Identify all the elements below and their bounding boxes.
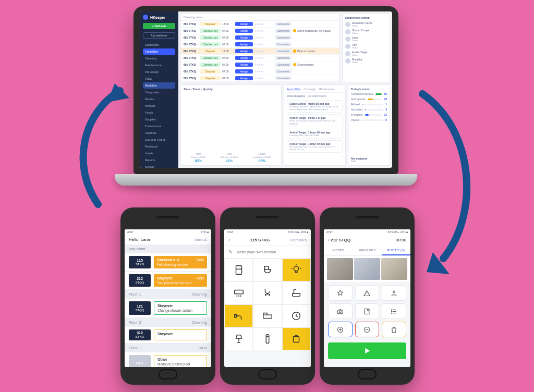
sidebar-item[interactable]: Transactions xyxy=(143,123,175,129)
bathtub-icon[interactable] xyxy=(282,281,311,304)
table-row[interactable]: 601 STKQStayover13:00Assign★★★★★Comments… xyxy=(181,48,339,55)
summary-stat: TasksPerformed: 10283% xyxy=(191,153,206,163)
clock-icon[interactable] xyxy=(282,304,311,327)
lightbulb-icon[interactable] xyxy=(282,259,311,281)
start-button[interactable] xyxy=(328,342,406,359)
svg-rect-25 xyxy=(365,309,370,314)
table-row[interactable]: 601 STKQChecked out07:00Assign★★★★☆Comme… xyxy=(181,41,339,48)
trash-button[interactable] xyxy=(382,322,406,337)
sidebar-item[interactable]: Workers xyxy=(143,103,175,109)
back-button[interactable]: ‹ xyxy=(228,238,230,242)
stat-line: Not started3 xyxy=(351,108,387,111)
svg-rect-20 xyxy=(294,336,299,342)
back-button[interactable]: ‹ 212 STQQ xyxy=(328,238,350,242)
faucet-icon[interactable] xyxy=(224,304,253,327)
toilet-icon[interactable] xyxy=(253,259,282,281)
warning-button[interactable] xyxy=(355,285,380,301)
employees-title: Employees online xyxy=(345,16,387,19)
sidebar-item[interactable]: Hotels xyxy=(143,150,175,156)
remark-input[interactable] xyxy=(236,249,307,255)
employee-row[interactable]: Alexander CollinsOnline xyxy=(345,21,387,27)
employee-row[interactable]: TomOnline xyxy=(345,43,387,49)
brand: HKeeper xyxy=(143,15,175,20)
photo-thumb[interactable] xyxy=(354,258,380,280)
sidebar-item[interactable]: System xyxy=(143,164,175,168)
sidebar-item[interactable]: Captains xyxy=(143,130,175,136)
ac-icon[interactable] xyxy=(224,281,253,304)
svg-rect-15 xyxy=(234,314,236,317)
add-task-button[interactable]: Add task/work xyxy=(143,32,175,39)
table-row[interactable]: 601 STKQChecked out07:00Assign★★★★☆Comme… xyxy=(181,55,339,62)
feed-item[interactable]: Eddie Collins · 03:50-05 min agoNeed new… xyxy=(287,100,343,113)
table-row[interactable]: 601 STKQStayover13:00Assign★★★★★Comments xyxy=(181,21,339,28)
pencil-icon: ✎ xyxy=(228,249,233,255)
feed-subtab[interactable]: All Departments xyxy=(308,94,326,97)
tab[interactable]: NOTES xyxy=(324,246,353,255)
sidebar-item[interactable]: Rooms xyxy=(143,96,175,102)
sidebar-item[interactable]: Reports xyxy=(143,157,175,163)
sidebar-item[interactable]: Feeds xyxy=(143,109,175,116)
table-row[interactable]: 601 STKQChecked out07:00Assign★★★★☆Comme… xyxy=(181,62,339,68)
task-item[interactable]: 312STKQStayover xyxy=(125,327,211,344)
feed-tab[interactable]: Concierge xyxy=(304,88,315,91)
feed-item[interactable]: Amber Tsega · 06:50-2 hr agoGuest said s… xyxy=(287,114,343,127)
employee-row[interactable]: Sharon CooperOnline xyxy=(345,29,387,34)
plus-button[interactable] xyxy=(328,322,353,337)
task-item[interactable]: OUTOtherMeasure outside pool chemical… xyxy=(125,352,211,367)
sidebar-item[interactable]: Dashboard xyxy=(143,42,175,48)
remote-icon[interactable] xyxy=(253,327,282,350)
star-button[interactable] xyxy=(328,285,353,301)
camera-button[interactable] xyxy=(328,303,353,319)
table-row[interactable]: 601 STKQStayover07:00Assign★★★★☆Comments xyxy=(181,75,339,82)
table-row[interactable]: 601 STKQChecked out07:00Assign★★★★☆Comme… xyxy=(181,28,339,34)
employee-row[interactable]: Amber TsegaOnline xyxy=(345,51,387,56)
photo-thumb[interactable] xyxy=(327,258,353,280)
fridge-icon[interactable] xyxy=(224,259,253,281)
svg-point-12 xyxy=(267,293,268,295)
tab[interactable]: REMARKS xyxy=(353,246,381,255)
task-item[interactable]: 121STQQStayoverChange shower curtain xyxy=(125,299,211,318)
employee-row[interactable]: LanaOnline xyxy=(345,36,387,42)
feed-tab[interactable]: Maintenance xyxy=(319,88,334,91)
section-header: Floor 1Cleaning xyxy=(125,290,211,299)
note-button[interactable] xyxy=(355,303,380,319)
sidebar-item[interactable]: Feedback xyxy=(143,143,175,150)
sidebar-item[interactable]: ToDo xyxy=(143,76,175,82)
dashboard-screen: HKeeper + Refresh Add task/work Dashboar… xyxy=(140,11,392,168)
lamp-icon[interactable] xyxy=(224,327,253,350)
sidebar-item[interactable]: Supplies xyxy=(143,116,175,123)
svg-point-22 xyxy=(393,291,395,293)
remarks-label: Remarks xyxy=(290,238,307,242)
sidebar-item[interactable]: Tasks/Res xyxy=(143,48,175,55)
tab[interactable]: PHOTO (3) xyxy=(382,246,410,255)
refresh-button[interactable]: + Refresh xyxy=(143,23,175,29)
sidebar: HKeeper + Refresh Add task/work Dashboar… xyxy=(140,11,178,168)
feed-tab[interactable]: Front Office xyxy=(287,88,300,91)
minus-button[interactable] xyxy=(355,322,380,337)
employee-row[interactable]: PriyankaOffline xyxy=(345,58,387,64)
sidebar-item[interactable]: Cleaning xyxy=(143,55,175,62)
sidebar-item[interactable]: Workflow xyxy=(143,82,175,89)
luggage-icon[interactable] xyxy=(282,327,311,350)
todays-tasks-panel: Today's tasks Completed/Inspected50Not i… xyxy=(348,84,390,166)
feed-item[interactable]: Amber Tsega · 1 hour 09 min agoUnhappy: … xyxy=(287,129,343,139)
sidebar-item[interactable]: Lost and Found xyxy=(143,137,175,143)
task-item[interactable]: 115STKGChecked outTodoFull cleaning serv… xyxy=(125,253,211,272)
table-row[interactable]: 601 STKQChecked out07:00Assign★★★☆☆Comme… xyxy=(181,34,339,41)
bed-icon[interactable] xyxy=(253,304,282,327)
sidebar-item[interactable]: Maintenance xyxy=(143,62,175,68)
shower-icon[interactable] xyxy=(253,281,282,304)
sidebar-item[interactable]: Categories xyxy=(143,89,175,95)
activity-feed-panel: Front OfficeConciergeMaintenance Houseke… xyxy=(284,84,346,166)
stat-line: In progress12 xyxy=(351,113,387,116)
svg-point-30 xyxy=(392,311,392,311)
stats-title: Today's tasks xyxy=(351,88,387,91)
sidebar-item[interactable]: Pre-assign xyxy=(143,69,175,75)
task-item[interactable]: 212STQQStayoverTodoTwo pillows to the ro… xyxy=(125,272,211,290)
table-row[interactable]: 601 STKQStayover07:00Assign★★★★☆Comments xyxy=(181,68,339,75)
feed-item[interactable]: Amber Tsega · 1 hour 09 min agoBed set-u… xyxy=(287,140,343,153)
feed-subtab[interactable]: Housekeeping xyxy=(287,94,305,97)
photo-thumb[interactable] xyxy=(381,258,407,280)
list-button[interactable] xyxy=(382,303,406,319)
person-button[interactable] xyxy=(382,285,406,301)
